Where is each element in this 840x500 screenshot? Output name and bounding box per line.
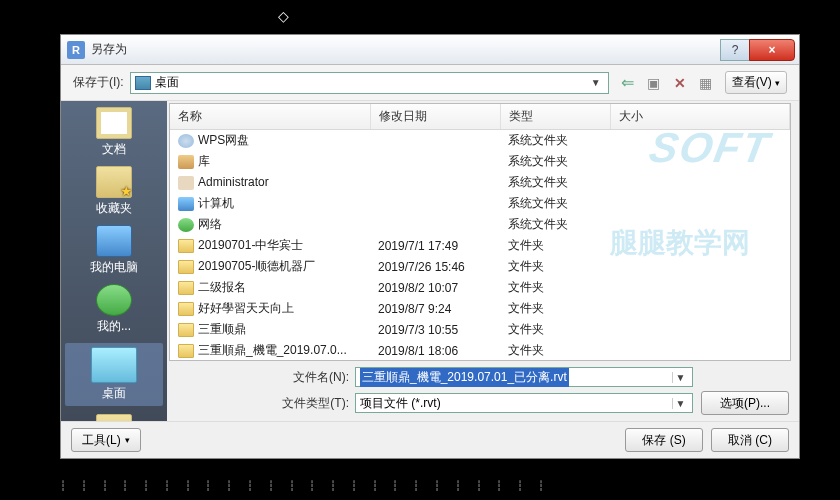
chevron-down-icon[interactable]: ▼ xyxy=(672,398,688,409)
sidebar-item-favorites[interactable]: 收藏夹 xyxy=(65,166,163,217)
network-icon xyxy=(96,284,132,316)
file-listview[interactable]: SOFT 腿腿教学网 名称 修改日期 类型 大小 WPS网盘系统文件夹库系统文件… xyxy=(169,103,791,361)
dialog-footer: 工具(L)▾ 保存 (S) 取消 (C) xyxy=(61,421,799,458)
favorites-icon xyxy=(96,166,132,198)
table-row[interactable]: 20190701-中华宾士2019/7/1 17:49文件夹 xyxy=(170,235,790,256)
cursor-marker: ◇ xyxy=(278,8,289,24)
help-button[interactable]: ? xyxy=(720,39,750,61)
net-icon xyxy=(178,218,194,232)
filename-value: 三重順鼎_機電_2019.07.01_已分离.rvt xyxy=(360,368,569,387)
desktop-icon xyxy=(135,76,151,90)
bottom-fields: 文件名(N): 三重順鼎_機電_2019.07.01_已分离.rvt ▼ 文件类… xyxy=(167,363,799,421)
folder-icon xyxy=(178,281,194,295)
sidebar-item-label: 收藏夹 xyxy=(65,200,163,217)
sidebar-item-documents[interactable]: 文档 xyxy=(65,107,163,158)
up-icon[interactable]: ▣ xyxy=(645,74,663,92)
table-row[interactable]: 好好學習天天向上2019/8/7 9:24文件夹 xyxy=(170,298,790,319)
sidebar-item-extra[interactable] xyxy=(65,414,163,421)
right-button-col: 选项(P)... xyxy=(701,363,799,421)
sidebar-item-label: 我的电脑 xyxy=(65,259,163,276)
folder-icon xyxy=(178,260,194,274)
column-headers: 名称 修改日期 类型 大小 xyxy=(170,104,790,130)
options-button[interactable]: 选项(P)... xyxy=(701,391,789,415)
app-icon: R xyxy=(67,41,85,59)
nav-icons: ⇐ ▣ ✕ ▦ xyxy=(619,74,715,92)
timeline-ruler: ┆ ┆ ┆ ┆ ┆ ┆ ┆ ┆ ┆ ┆ ┆ ┆ ┆ ┆ ┆ ┆ ┆ ┆ ┆ ┆ … xyxy=(60,480,800,492)
table-row[interactable]: Administrator系统文件夹 xyxy=(170,172,790,193)
location-bar: 保存于(I): 桌面 ▼ ⇐ ▣ ✕ ▦ 查看(V) ▾ xyxy=(61,65,799,101)
filename-input[interactable]: 三重順鼎_機電_2019.07.01_已分离.rvt ▼ xyxy=(355,367,693,387)
cloud-icon xyxy=(178,134,194,148)
folder-icon xyxy=(178,344,194,358)
col-name[interactable]: 名称 xyxy=(170,104,370,130)
col-size[interactable]: 大小 xyxy=(610,104,790,130)
filetype-row: 文件类型(T): 项目文件 (*.rvt) ▼ xyxy=(277,393,693,413)
folder-icon xyxy=(178,302,194,316)
pc-icon xyxy=(178,197,194,211)
sidebar-item-label: 我的... xyxy=(65,318,163,335)
location-text: 桌面 xyxy=(155,74,588,91)
table-row[interactable]: 20190705-顺德机器厂2019/7/26 15:46文件夹 xyxy=(170,256,790,277)
window-buttons: ? × xyxy=(721,39,795,61)
sidebar-item-label: 文档 xyxy=(65,141,163,158)
tools-button[interactable]: 工具(L)▾ xyxy=(71,428,141,452)
filename-row: 文件名(N): 三重順鼎_機電_2019.07.01_已分离.rvt ▼ xyxy=(277,367,693,387)
table-row[interactable]: 计算机系统文件夹 xyxy=(170,193,790,214)
file-table: 名称 修改日期 类型 大小 WPS网盘系统文件夹库系统文件夹Administra… xyxy=(170,104,790,361)
window-title: 另存为 xyxy=(91,41,721,58)
table-row[interactable]: 三重顺鼎2019/7/3 10:55文件夹 xyxy=(170,319,790,340)
table-row[interactable]: 网络系统文件夹 xyxy=(170,214,790,235)
table-row[interactable]: WPS网盘系统文件夹 xyxy=(170,130,790,152)
save-button[interactable]: 保存 (S) xyxy=(625,428,703,452)
table-row[interactable]: 库系统文件夹 xyxy=(170,151,790,172)
back-icon[interactable]: ⇐ xyxy=(619,74,637,92)
folder-icon xyxy=(96,414,132,421)
delete-icon[interactable]: ✕ xyxy=(671,74,689,92)
sidebar-item-label: 桌面 xyxy=(65,385,163,402)
filetype-label: 文件类型(T): xyxy=(277,395,349,412)
main-area: 文档 收藏夹 我的电脑 我的... 桌面 xyxy=(61,101,799,421)
chevron-down-icon[interactable]: ▼ xyxy=(672,372,688,383)
table-row[interactable]: 二级报名2019/8/2 10:07文件夹 xyxy=(170,277,790,298)
close-button[interactable]: × xyxy=(749,39,795,61)
titlebar[interactable]: R 另存为 ? × xyxy=(61,35,799,65)
new-folder-icon[interactable]: ▦ xyxy=(697,74,715,92)
save-in-label: 保存于(I): xyxy=(73,74,124,91)
computer-icon xyxy=(96,225,132,257)
sidebar-item-mycomputer[interactable]: 我的电脑 xyxy=(65,225,163,276)
places-sidebar: 文档 收藏夹 我的电脑 我的... 桌面 xyxy=(61,101,167,421)
documents-icon xyxy=(96,107,132,139)
view-button[interactable]: 查看(V) ▾ xyxy=(725,71,787,94)
save-as-dialog: R 另存为 ? × 保存于(I): 桌面 ▼ ⇐ ▣ ✕ ▦ 查看(V) ▾ 文… xyxy=(60,34,800,459)
user-icon xyxy=(178,176,194,190)
folder-icon xyxy=(178,239,194,253)
chevron-down-icon[interactable]: ▼ xyxy=(588,77,604,88)
col-date[interactable]: 修改日期 xyxy=(370,104,500,130)
cancel-button[interactable]: 取消 (C) xyxy=(711,428,789,452)
lib-icon xyxy=(178,155,194,169)
filename-label: 文件名(N): xyxy=(277,369,349,386)
filetype-dropdown[interactable]: 项目文件 (*.rvt) ▼ xyxy=(355,393,693,413)
file-panel: SOFT 腿腿教学网 名称 修改日期 类型 大小 WPS网盘系统文件夹库系统文件… xyxy=(167,101,799,421)
location-dropdown[interactable]: 桌面 ▼ xyxy=(130,72,609,94)
folder-icon xyxy=(178,323,194,337)
desktop-icon xyxy=(91,347,137,383)
sidebar-item-desktop[interactable]: 桌面 xyxy=(65,343,163,406)
sidebar-item-network[interactable]: 我的... xyxy=(65,284,163,335)
table-row[interactable]: 三重順鼎_機電_2019.07.0...2019/8/1 18:06文件夹 xyxy=(170,340,790,361)
col-type[interactable]: 类型 xyxy=(500,104,610,130)
filetype-value: 项目文件 (*.rvt) xyxy=(360,395,441,412)
